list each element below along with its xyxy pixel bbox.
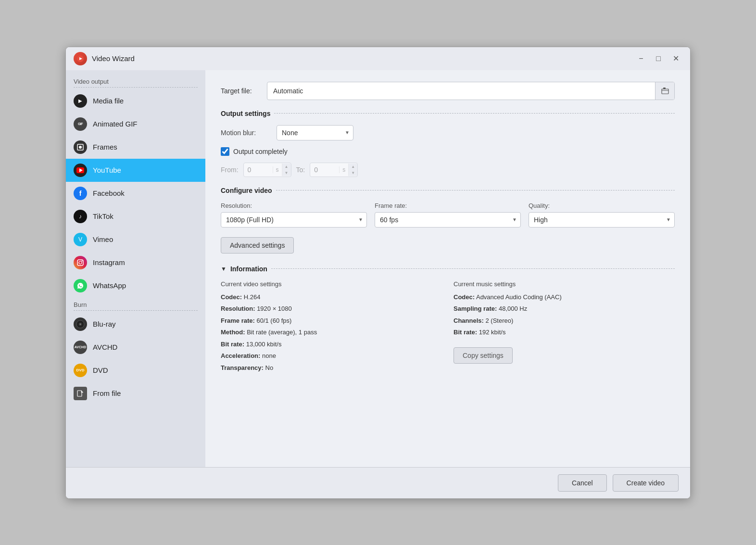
music-bit-rate-label: Bit rate: (454, 329, 477, 336)
output-completely-label[interactable]: Output completely (233, 148, 288, 155)
close-button[interactable]: ✕ (669, 52, 682, 65)
gif-icon: GIF (74, 117, 87, 131)
video-bit-rate-row: Bit rate: 13,000 kbit/s (221, 340, 442, 349)
instagram-icon (74, 256, 87, 269)
current-video-settings-col: Current video settings Codec: H.264 Reso… (221, 280, 442, 375)
video-resolution-row: Resolution: 1920 × 1080 (221, 304, 442, 314)
sidebar-item-media-file[interactable]: ▶ Media file (66, 89, 205, 113)
video-bit-rate-label: Bit rate: (221, 341, 244, 348)
resolution-select[interactable]: 720p (HD) 1080p (Full HD) 1440p (2K) 216… (221, 212, 367, 228)
sidebar-item-facebook[interactable]: f Facebook (66, 182, 205, 205)
copy-settings-button[interactable]: Copy settings (454, 347, 513, 364)
frames-icon (74, 140, 87, 154)
from-label: From: (221, 166, 239, 174)
minimize-button[interactable]: − (634, 52, 648, 65)
sidebar-label-from-file: From file (93, 389, 121, 397)
music-channels-label: Channels: (454, 317, 484, 324)
frame-rate-select-wrap: 24 fps 25 fps 30 fps 60 fps ▼ (375, 212, 521, 228)
music-channels-value: 2 (Stereo) (485, 317, 513, 324)
resolution-select-wrap: 720p (HD) 1080p (Full HD) 1440p (2K) 216… (221, 212, 367, 228)
video-acceleration-value: none (262, 352, 276, 359)
maximize-button[interactable]: □ (652, 52, 665, 65)
sidebar-label-youtube: YouTube (93, 166, 121, 174)
sidebar-item-vimeo[interactable]: V Vimeo (66, 228, 205, 251)
burn-section-label: Burn (66, 297, 205, 310)
from-to-row: From: s ▲ ▼ To: s ▲ ▼ (221, 163, 675, 177)
target-file-browse-button[interactable] (655, 82, 674, 100)
sidebar-item-instagram[interactable]: Instagram (66, 251, 205, 274)
sidebar-item-dvd[interactable]: DVD DVD (66, 359, 205, 382)
bluray-icon (74, 317, 87, 331)
video-transparency-value: No (265, 364, 274, 371)
video-codec-value: H.264 (244, 293, 261, 301)
dvd-icon: DVD (74, 364, 87, 377)
to-unit: s (339, 166, 348, 173)
window-title: Video Wizard (92, 54, 634, 63)
music-sampling-rate-row: Sampling rate: 48,000 Hz (454, 304, 675, 314)
video-transparency-row: Transparency: No (221, 363, 442, 373)
to-spinner-down[interactable]: ▼ (349, 170, 357, 176)
configure-video-line (276, 190, 675, 190)
play-circle-icon: ▶ (74, 94, 87, 108)
video-acceleration-row: Acceleration: none (221, 351, 442, 361)
sidebar-label-facebook: Facebook (93, 189, 125, 197)
sidebar-item-youtube[interactable]: YouTube (66, 159, 205, 182)
app-icon (74, 52, 87, 65)
from-spinner-down[interactable]: ▼ (282, 170, 291, 176)
configure-video-title: Configure video (221, 187, 272, 194)
configure-video-grid: Resolution: 720p (HD) 1080p (Full HD) 14… (221, 202, 675, 228)
video-codec-label: Codec: (221, 293, 242, 301)
video-frame-rate-value: 60/1 (60 fps) (256, 317, 291, 324)
window-controls: − □ ✕ (634, 52, 682, 65)
from-input-wrap: s ▲ ▼ (243, 163, 291, 177)
from-spinner-up[interactable]: ▲ (282, 164, 291, 170)
cancel-button[interactable]: Cancel (558, 474, 607, 492)
music-codec-value: Advanced Audio Coding (AAC) (476, 293, 562, 301)
create-video-button[interactable]: Create video (613, 474, 679, 492)
sidebar-item-from-file[interactable]: From file (66, 382, 205, 405)
output-settings-title: Output settings (221, 110, 270, 117)
video-method-row: Method: Bit rate (average), 1 pass (221, 328, 442, 337)
video-codec-row: Codec: H.264 (221, 292, 442, 302)
frame-rate-label: Frame rate: (375, 202, 521, 209)
information-arrow-icon: ▼ (221, 266, 227, 272)
video-method-label: Method: (221, 329, 245, 336)
frame-rate-select[interactable]: 24 fps 25 fps 30 fps 60 fps (375, 212, 521, 228)
fromfile-icon (74, 387, 87, 400)
facebook-icon: f (74, 187, 87, 200)
from-input[interactable] (244, 163, 273, 177)
quality-select[interactable]: Low Medium High Highest (529, 212, 675, 228)
sidebar-divider-1 (74, 87, 198, 88)
avchd-icon: AVCHD (74, 341, 87, 354)
video-acceleration-label: Acceleration: (221, 352, 260, 359)
sidebar-label-blu-ray: Blu-ray (93, 320, 116, 328)
output-completely-checkbox[interactable] (221, 147, 229, 156)
target-file-input[interactable] (267, 83, 655, 99)
music-sampling-rate-label: Sampling rate: (454, 305, 497, 312)
current-music-settings-title: Current music settings (454, 280, 675, 288)
sidebar-item-animated-gif[interactable]: GIF Animated GIF (66, 113, 205, 136)
to-spinner-up[interactable]: ▲ (349, 164, 357, 170)
sidebar-item-frames[interactable]: Frames (66, 136, 205, 159)
sidebar-item-whatsapp[interactable]: WhatsApp (66, 274, 205, 297)
motion-blur-select[interactable]: None Low Medium High (277, 125, 353, 140)
sidebar-label-vimeo: Vimeo (93, 235, 113, 243)
video-wizard-window: Video Wizard − □ ✕ Video output ▶ Media … (65, 47, 691, 499)
to-input[interactable] (310, 163, 339, 177)
sidebar-item-avchd[interactable]: AVCHD AVCHD (66, 336, 205, 359)
tiktok-icon: ♪ (74, 210, 87, 223)
sidebar-divider-2 (74, 310, 198, 311)
sidebar-item-blu-ray[interactable]: Blu-ray (66, 313, 205, 336)
target-file-row: Target file: (221, 82, 675, 100)
sidebar-label-frames: Frames (93, 143, 117, 151)
svg-point-11 (80, 323, 81, 324)
sidebar-label-tiktok: TikTok (93, 212, 113, 220)
sidebar-item-tiktok[interactable]: ♪ TikTok (66, 205, 205, 228)
advanced-settings-button[interactable]: Advanced settings (221, 237, 294, 253)
sidebar-label-instagram: Instagram (93, 258, 125, 266)
content-area: Video output ▶ Media file GIF Animated G… (66, 70, 690, 467)
music-bit-rate-row: Bit rate: 192 kbit/s (454, 328, 675, 337)
title-bar: Video Wizard − □ ✕ (66, 47, 690, 70)
video-method-value: Bit rate (average), 1 pass (247, 329, 317, 336)
video-frame-rate-row: Frame rate: 60/1 (60 fps) (221, 316, 442, 326)
